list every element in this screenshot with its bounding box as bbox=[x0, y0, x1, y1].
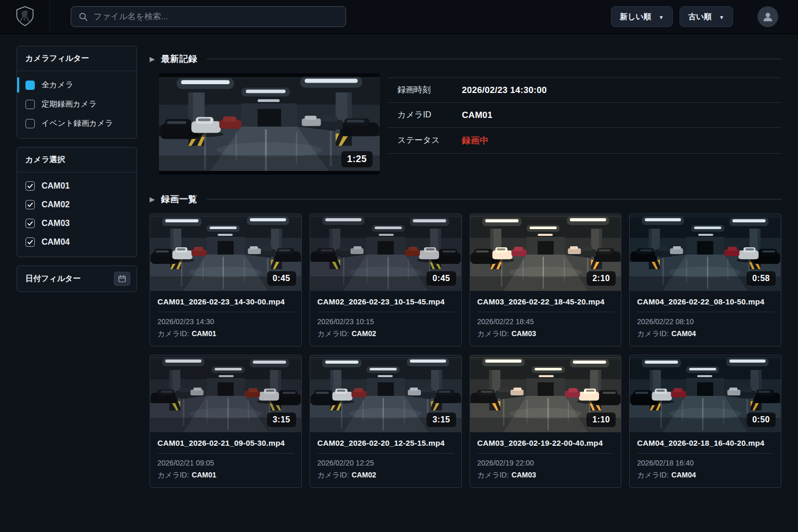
info-row-camera-id: カメラID CAM01 bbox=[388, 103, 781, 128]
duration-badge: 0:45 bbox=[427, 271, 456, 286]
top-bar: 新しい順 ▼ 古い順 ▼ bbox=[0, 0, 798, 34]
video-filename: CAM03_2026-02-22_18-45-20.mp4 bbox=[477, 297, 614, 306]
sidebar-item-cam03[interactable]: CAM03 bbox=[17, 214, 137, 233]
main-content: ▶ 最新記録 1:25 録画時刻 2026/02/23 14:30:00 カメラ… bbox=[150, 46, 781, 488]
video-date: 2026/02/23 10:15 bbox=[317, 317, 454, 326]
camera-id-value: CAM01 bbox=[462, 110, 493, 121]
checkbox[interactable] bbox=[25, 219, 35, 228]
video-date: 2026/02/22 08:10 bbox=[637, 317, 774, 326]
latest-record-section-header: ▶ 最新記録 bbox=[150, 53, 781, 65]
camera-id-value: CAM02 bbox=[352, 471, 376, 479]
camera-filter-title: カメラフィルター bbox=[17, 46, 137, 71]
duration-badge: 0:45 bbox=[267, 271, 296, 286]
duration-badge: 3:15 bbox=[267, 413, 296, 427]
camera-id-value: CAM03 bbox=[511, 471, 536, 479]
video-card[interactable]: 0:58 CAM04_2026-02-22_08-10-50.mp4 2026/… bbox=[629, 214, 781, 347]
camera-id-label: カメラID: bbox=[477, 329, 509, 338]
camera-id-label: カメラID: bbox=[157, 471, 189, 479]
checkbox[interactable] bbox=[25, 181, 35, 191]
duration-badge: 0:58 bbox=[747, 271, 776, 286]
calendar-icon bbox=[118, 275, 126, 283]
video-date: 2026/02/18 16:40 bbox=[637, 459, 774, 467]
search-icon bbox=[78, 12, 88, 22]
video-filename: CAM01_2026-02-23_14-30-00.mp4 bbox=[157, 297, 294, 306]
recordings-grid: 0:45 CAM01_2026-02-23_14-30-00.mp4 2026/… bbox=[150, 214, 781, 488]
video-card[interactable]: 0:45 CAM01_2026-02-23_14-30-00.mp4 2026/… bbox=[150, 214, 302, 347]
camera-label: CAM03 bbox=[42, 219, 70, 228]
video-thumbnail[interactable]: 1:10 bbox=[470, 355, 621, 432]
video-card[interactable]: 2:10 CAM03_2026-02-22_18-45-20.mp4 2026/… bbox=[470, 214, 622, 347]
status-badge: 録画中 bbox=[462, 135, 489, 147]
camera-filter-panel: カメラフィルター 全カメラ 定期録画カメラ イベント録画カメラ bbox=[17, 46, 137, 139]
sidebar: カメラフィルター 全カメラ 定期録画カメラ イベント録画カメラ カメラ選択 bbox=[17, 46, 137, 300]
camera-label: CAM02 bbox=[42, 200, 70, 209]
info-label: 録画時刻 bbox=[397, 85, 447, 96]
video-thumbnail[interactable]: 0:45 bbox=[150, 214, 301, 291]
camera-id-label: カメラID: bbox=[317, 329, 349, 338]
latest-video-thumbnail[interactable]: 1:25 bbox=[159, 73, 380, 175]
sidebar-item-cam01[interactable]: CAM01 bbox=[17, 177, 137, 195]
calendar-button[interactable] bbox=[114, 272, 130, 286]
camera-id-label: カメラID: bbox=[477, 471, 509, 479]
filter-label: 全カメラ bbox=[42, 80, 73, 90]
video-card[interactable]: 3:15 CAM01_2026-02-21_09-05-30.mp4 2026/… bbox=[150, 355, 302, 488]
video-date: 2026/02/23 14:30 bbox=[157, 317, 294, 326]
duration-badge: 2:10 bbox=[587, 271, 616, 286]
search-bar[interactable] bbox=[71, 6, 346, 27]
video-card[interactable]: 0:45 CAM02_2026-02-23_10-15-45.mp4 2026/… bbox=[310, 214, 462, 347]
sort-oldest-button[interactable]: 古い順 ▼ bbox=[680, 6, 733, 27]
video-card[interactable]: 0:50 CAM04_2026-02-18_16-40-20.mp4 2026/… bbox=[629, 355, 781, 488]
section-caret-icon[interactable]: ▶ bbox=[150, 195, 155, 203]
camera-label: CAM04 bbox=[42, 237, 70, 247]
sort-newest-button[interactable]: 新しい順 ▼ bbox=[611, 6, 673, 27]
sort-oldest-label: 古い順 bbox=[688, 12, 712, 22]
sidebar-item-scheduled-recording[interactable]: 定期録画カメラ bbox=[17, 95, 137, 114]
sidebar-item-cam02[interactable]: CAM02 bbox=[17, 195, 137, 214]
camera-select-panel: カメラ選択 CAM01 CAM02 CAM03 CAM04 bbox=[17, 147, 137, 257]
shield-camera-logo-icon bbox=[14, 4, 36, 29]
camera-id-value: CAM01 bbox=[192, 329, 216, 338]
video-thumbnail[interactable]: 3:15 bbox=[310, 355, 461, 432]
search-input[interactable] bbox=[94, 12, 338, 21]
camera-select-title: カメラ選択 bbox=[17, 148, 137, 172]
checkbox[interactable] bbox=[25, 200, 35, 209]
video-thumbnail[interactable]: 0:45 bbox=[310, 214, 461, 291]
camera-id-label: カメラID: bbox=[637, 471, 669, 479]
video-card[interactable]: 3:15 CAM02_2026-02-20_12-25-15.mp4 2026/… bbox=[310, 355, 462, 488]
checkbox[interactable] bbox=[25, 237, 35, 247]
video-card[interactable]: 1:10 CAM03_2026-02-19-22-00-40.mp4 2026/… bbox=[470, 355, 622, 488]
user-avatar[interactable] bbox=[757, 6, 778, 27]
checkbox[interactable] bbox=[25, 119, 35, 128]
sidebar-item-event-recording[interactable]: イベント録画カメラ bbox=[17, 114, 137, 133]
video-thumbnail[interactable]: 2:10 bbox=[470, 214, 621, 291]
chevron-down-icon: ▼ bbox=[659, 15, 664, 20]
checkbox[interactable] bbox=[25, 100, 35, 109]
info-row-status: ステータス 録画中 bbox=[388, 128, 781, 154]
sidebar-item-all-cameras[interactable]: 全カメラ bbox=[17, 75, 137, 95]
video-date: 2026/02/20 12:25 bbox=[317, 459, 454, 467]
recordings-section-header: ▶ 録画一覧 bbox=[150, 193, 781, 205]
video-date: 2026/02/22 18:45 bbox=[477, 317, 614, 326]
camera-id-value: CAM02 bbox=[352, 329, 376, 338]
camera-id-value: CAM04 bbox=[671, 329, 696, 338]
sidebar-item-cam04[interactable]: CAM04 bbox=[17, 233, 137, 251]
section-caret-icon[interactable]: ▶ bbox=[150, 55, 155, 63]
camera-id-value: CAM01 bbox=[192, 471, 216, 479]
camera-id-value: CAM03 bbox=[511, 329, 536, 338]
checkbox[interactable] bbox=[25, 81, 35, 90]
latest-record-title: 最新記録 bbox=[161, 53, 197, 65]
video-filename: CAM02_2026-02-23_10-15-45.mp4 bbox=[317, 297, 454, 306]
camera-id-value: CAM04 bbox=[671, 471, 696, 479]
camera-label: CAM01 bbox=[42, 181, 70, 191]
date-filter-title: 日付フィルター bbox=[25, 274, 81, 284]
video-thumbnail[interactable]: 3:15 bbox=[150, 355, 301, 432]
filter-label: 定期録画カメラ bbox=[42, 99, 97, 109]
video-date: 2026/02/21 09:05 bbox=[157, 459, 294, 467]
app-logo[interactable] bbox=[0, 0, 50, 33]
video-filename: CAM02_2026-02-20_12-25-15.mp4 bbox=[317, 438, 454, 447]
video-thumbnail[interactable]: 0:58 bbox=[630, 214, 781, 291]
info-label: カメラID bbox=[397, 110, 447, 121]
video-thumbnail[interactable]: 0:50 bbox=[630, 355, 781, 432]
video-filename: CAM04_2026-02-18_16-40-20.mp4 bbox=[637, 438, 774, 447]
recording-time-value: 2026/02/23 14:30:00 bbox=[462, 85, 547, 96]
